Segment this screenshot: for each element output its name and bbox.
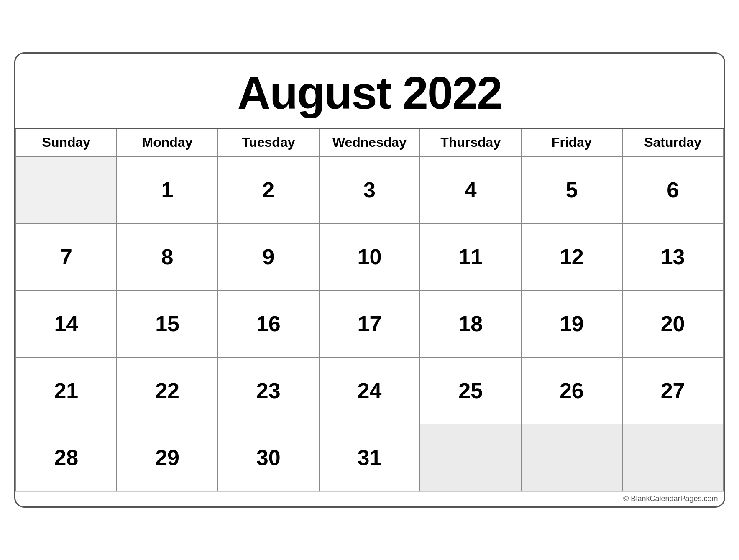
- calendar-day[interactable]: [622, 424, 724, 491]
- day-header-wednesday: Wednesday: [319, 128, 420, 157]
- calendar-day[interactable]: 30: [218, 424, 319, 491]
- calendar-day[interactable]: 16: [218, 290, 319, 357]
- calendar-week-3: 14151617181920: [16, 290, 724, 357]
- calendar-week-4: 21222324252627: [16, 357, 724, 424]
- calendar-day[interactable]: 10: [319, 223, 420, 290]
- calendar-day[interactable]: 6: [622, 156, 724, 223]
- calendar-day[interactable]: 17: [319, 290, 420, 357]
- calendar-day[interactable]: [521, 424, 622, 491]
- calendar-container: August 2022 SundayMondayTuesdayWednesday…: [14, 52, 725, 508]
- calendar-day[interactable]: [16, 156, 117, 223]
- calendar-day[interactable]: 8: [117, 223, 218, 290]
- calendar-day[interactable]: 5: [521, 156, 622, 223]
- calendar-day[interactable]: 18: [420, 290, 521, 357]
- calendar-week-2: 78910111213: [16, 223, 724, 290]
- day-header-friday: Friday: [521, 128, 622, 157]
- calendar-title: August 2022: [15, 54, 724, 128]
- calendar-day[interactable]: 25: [420, 357, 521, 424]
- calendar-day[interactable]: 20: [622, 290, 724, 357]
- calendar-week-1: 123456: [16, 156, 724, 223]
- calendar-day[interactable]: 31: [319, 424, 420, 491]
- calendar-table: SundayMondayTuesdayWednesdayThursdayFrid…: [15, 128, 724, 491]
- calendar-day[interactable]: 23: [218, 357, 319, 424]
- calendar-day[interactable]: [420, 424, 521, 491]
- calendar-day[interactable]: 2: [218, 156, 319, 223]
- calendar-day[interactable]: 11: [420, 223, 521, 290]
- calendar-body: 1234567891011121314151617181920212223242…: [16, 156, 724, 491]
- calendar-day[interactable]: 24: [319, 357, 420, 424]
- calendar-day[interactable]: 29: [117, 424, 218, 491]
- calendar-day[interactable]: 12: [521, 223, 622, 290]
- calendar-day[interactable]: 22: [117, 357, 218, 424]
- day-headers-row: SundayMondayTuesdayWednesdayThursdayFrid…: [16, 128, 724, 157]
- day-header-thursday: Thursday: [420, 128, 521, 157]
- calendar-day[interactable]: 9: [218, 223, 319, 290]
- calendar-day[interactable]: 21: [16, 357, 117, 424]
- calendar-week-5: 28293031: [16, 424, 724, 491]
- day-header-monday: Monday: [117, 128, 218, 157]
- watermark: © BlankCalendarPages.com: [15, 491, 724, 506]
- calendar-day[interactable]: 14: [16, 290, 117, 357]
- calendar-day[interactable]: 7: [16, 223, 117, 290]
- calendar-day[interactable]: 19: [521, 290, 622, 357]
- calendar-day[interactable]: 13: [622, 223, 724, 290]
- day-header-saturday: Saturday: [622, 128, 724, 157]
- calendar-day[interactable]: 26: [521, 357, 622, 424]
- calendar-day[interactable]: 1: [117, 156, 218, 223]
- calendar-day[interactable]: 3: [319, 156, 420, 223]
- day-header-sunday: Sunday: [16, 128, 117, 157]
- calendar-day[interactable]: 4: [420, 156, 521, 223]
- calendar-day[interactable]: 15: [117, 290, 218, 357]
- day-header-tuesday: Tuesday: [218, 128, 319, 157]
- calendar-day[interactable]: 27: [622, 357, 724, 424]
- calendar-day[interactable]: 28: [16, 424, 117, 491]
